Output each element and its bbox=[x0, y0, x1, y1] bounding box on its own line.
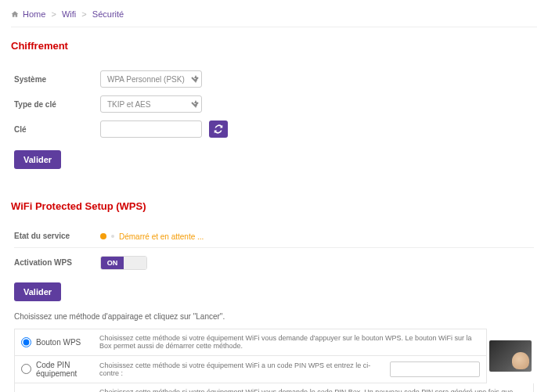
breadcrumb-sep: > bbox=[51, 9, 56, 19]
wps-method-row-pin-box: Code PIN Box Choisissez cette méthode si… bbox=[15, 383, 533, 392]
wps-activation-toggle[interactable]: ON bbox=[100, 256, 147, 270]
wps-method-hint: Choisissez une méthode d'appairage et cl… bbox=[14, 312, 534, 321]
breadcrumb-home[interactable]: Home bbox=[23, 9, 45, 19]
refresh-icon bbox=[214, 124, 223, 134]
breadcrumb-sep: > bbox=[81, 9, 86, 19]
breadcrumb: Home > Wifi > Sécurité bbox=[11, 6, 537, 27]
wps-method-desc: Choisissez cette méthode si votre équipe… bbox=[99, 334, 480, 350]
toggle-off-side bbox=[124, 257, 146, 269]
wps-method-label: Bouton WPS bbox=[36, 338, 81, 347]
system-select[interactable]: WPA Personnel (PSK) bbox=[100, 70, 202, 88]
breadcrumb-security[interactable]: Sécurité bbox=[92, 9, 124, 19]
wps-method-table: Bouton WPS Choisissez cette méthode si v… bbox=[14, 329, 487, 383]
wps-method-radio-pin-device[interactable] bbox=[21, 364, 31, 374]
wps-button-photo bbox=[489, 340, 532, 372]
wps-method-label: Code PIN équipement bbox=[36, 361, 99, 378]
home-icon bbox=[11, 10, 19, 18]
wps-state-value: Démarré et en attente ... bbox=[119, 232, 204, 241]
status-indicator-icon bbox=[100, 233, 106, 239]
status-dim-icon bbox=[111, 235, 114, 238]
breadcrumb-wifi[interactable]: Wifi bbox=[62, 9, 76, 19]
toggle-on-label: ON bbox=[101, 257, 124, 269]
wps-method-row-pin-device: Code PIN équipement Choisissez cette mét… bbox=[15, 356, 486, 383]
keytype-select[interactable]: TKIP et AES bbox=[100, 95, 202, 113]
wps-activation-label: Activation WPS bbox=[14, 258, 100, 267]
wps-method-desc: Choisissez cette méthode si votre équipe… bbox=[99, 388, 527, 392]
keytype-label: Type de clé bbox=[14, 100, 100, 109]
key-input[interactable] bbox=[100, 120, 202, 138]
device-pin-input[interactable] bbox=[390, 361, 480, 377]
wps-method-table-2: Code PIN Box Choisissez cette méthode si… bbox=[14, 383, 534, 392]
wps-method-desc: Choisissez cette méthode si votre équipe… bbox=[99, 361, 385, 377]
system-label: Système bbox=[14, 75, 100, 84]
wps-state-label: Etat du service bbox=[14, 232, 100, 240]
encryption-panel: Système WPA Personnel (PSK) ▴▾ Type de c… bbox=[11, 63, 537, 177]
regenerate-key-button[interactable] bbox=[209, 120, 228, 138]
section-title-wps: WiFi Protected Setup (WPS) bbox=[11, 200, 537, 212]
validate-encryption-button[interactable]: Valider bbox=[14, 150, 61, 169]
wps-method-radio-button[interactable] bbox=[21, 337, 31, 347]
key-label: Clé bbox=[14, 125, 100, 134]
wps-panel: Etat du service Démarré et en attente ..… bbox=[11, 223, 537, 392]
wps-method-row-button: Bouton WPS Choisissez cette méthode si v… bbox=[15, 329, 486, 356]
wps-illustration bbox=[487, 329, 534, 383]
validate-wps-button[interactable]: Valider bbox=[14, 282, 61, 301]
section-title-encryption: Chiffrement bbox=[11, 40, 537, 52]
